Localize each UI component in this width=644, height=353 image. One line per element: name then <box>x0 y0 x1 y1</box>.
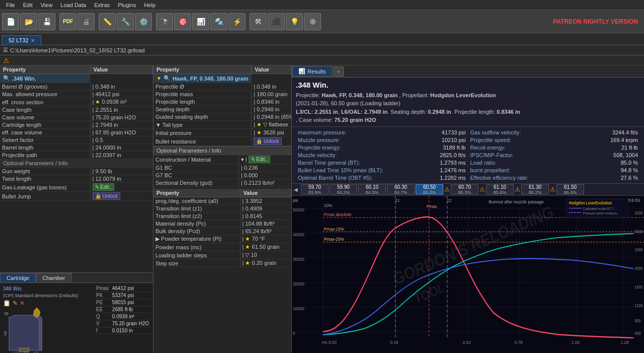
ladder-cell-3[interactable]: 60.10 84.5% <box>358 184 386 194</box>
ladder-cell-7[interactable]: 61.10 85.6% <box>486 184 514 194</box>
ladder-cell-8[interactable]: 61.30 86.2% <box>521 184 549 194</box>
val-barrel-length: | 24.0000 in <box>90 144 152 152</box>
pow-col-value: Value <box>240 189 291 197</box>
gas-leakage-edit-btn[interactable]: ✎ Edit.. <box>93 183 115 191</box>
cartridge-copy-icon[interactable]: 📋 <box>3 300 11 307</box>
menu-extras[interactable]: Extras <box>90 1 114 9</box>
tab-main[interactable]: 52 LT32 ✕ <box>2 35 41 45</box>
results-icon: 📊 <box>298 68 305 75</box>
val-bullet-resistance[interactable]: 🔒 Unlock <box>252 137 291 146</box>
prop-bullet-jump: Bullet Jump <box>0 192 90 201</box>
cartridge-title: 348 Win. <box>2 285 93 293</box>
val-powder-temp: | ★ 70 °F <box>240 235 291 243</box>
construction-edit-btn[interactable]: ✎ Edit.. <box>249 156 271 163</box>
toolbar-print[interactable]: 🖨 <box>77 13 95 30</box>
toolbar-open[interactable]: 📂 <box>20 13 37 30</box>
toolbar-bullet[interactable]: 🔩 <box>210 13 227 30</box>
toolbar-new[interactable]: 📄 <box>2 13 19 30</box>
tab-close[interactable]: ✕ <box>31 38 35 43</box>
tabbar: 52 LT32 ✕ <box>0 33 644 45</box>
prop-case-volume: Case volume <box>0 114 90 121</box>
table-row: G7 BC | 0.000 <box>153 172 291 179</box>
val-trans-z1: | 0.4909 <box>240 205 291 213</box>
ladder-arrow[interactable]: ◀ <box>294 187 298 192</box>
ladder-cell-2[interactable]: 59.90 84.2% <box>330 184 357 194</box>
prop-tail-type: ▼ Tail type <box>153 121 252 129</box>
cartridge-actions: 📋 ✎ ✕ <box>2 299 93 308</box>
cartridge-svg: .case-fill { fill: #3a3a5a; stroke: #6a6… <box>4 308 90 353</box>
prop-cross-section: eff. cross section <box>0 98 90 106</box>
val-construction[interactable]: ♦ | ✎ Edit.. <box>239 155 292 164</box>
ladder-cell-6[interactable]: 60.70 85.3% <box>451 184 478 194</box>
toolbar-extra4[interactable]: ⊕ <box>304 13 321 30</box>
add-result-tab[interactable]: + <box>334 66 344 77</box>
val-loading-steps[interactable]: | ▽ 10 <box>240 251 291 259</box>
val-tail-type[interactable]: | ★ ▽ flatbase <box>252 121 291 129</box>
svg-text:L2: L2 <box>24 351 28 353</box>
toolbar-target[interactable]: 🎯 <box>174 13 191 30</box>
results-info: .348 Win. Projectile: Hawk, FP, 0.348, 1… <box>292 78 644 127</box>
table-row: Gas-Leakage (gas losses) ✎ Edit.. <box>0 183 153 192</box>
table-row: Material density (Pc) | 104.88 lb/ft³ <box>153 220 291 228</box>
chamber-tab[interactable]: Chamber <box>36 273 71 283</box>
val-gas-leakage[interactable]: ✎ Edit.. <box>90 183 152 192</box>
menu-load-data[interactable]: Load Data <box>56 1 90 9</box>
bullet-resistance-unlock-btn[interactable]: 🔒 Unlock <box>254 137 281 145</box>
menu-file[interactable]: File <box>2 1 19 9</box>
table-row: eff. cross section | ★ 0.0938 in² <box>0 98 153 106</box>
toolbar-extra2[interactable]: ⬛ <box>268 13 285 30</box>
cartridge-delete-icon[interactable]: ✕ <box>20 300 25 307</box>
result-subtitle1: Projectile: Hawk, FP, 0.348, 180.00 grai… <box>296 91 640 100</box>
svg-text:H2: H2 <box>4 331 7 335</box>
menu-edit[interactable]: Edit <box>19 1 37 9</box>
svg-text:Pressure bomb measure...: Pressure bomb measure... <box>583 211 620 215</box>
results-tab[interactable]: 📊 Results <box>292 66 333 77</box>
toolbar-chart[interactable]: 📊 <box>192 13 209 30</box>
toolbar-extra1[interactable]: 🛠 <box>250 13 267 30</box>
table-row: Step size | ★ 0.20 grain <box>153 259 291 267</box>
cartridge-prop-value: 0.0938 in² <box>111 313 151 320</box>
search-icon[interactable]: 🔍 <box>3 75 10 82</box>
svg-text:L3: L3 <box>34 351 38 353</box>
val-max-pressure: | 46412 psi <box>90 91 152 98</box>
toolbar-pdf[interactable]: PDF <box>59 13 76 30</box>
bullet-jump-unlock-btn[interactable]: 🔒 Unlock <box>93 192 120 200</box>
toolbar-save[interactable]: 💾 <box>38 13 55 30</box>
cartridge-prop-label: PE <box>95 299 111 306</box>
cartridge-prop-row: Q0.0938 in² <box>95 313 151 320</box>
ladder-cell-5[interactable]: 60.50 85.0% <box>416 184 443 194</box>
toolbar-extra3[interactable]: 💡 <box>286 13 303 30</box>
menu-plugins[interactable]: Plugins <box>114 1 140 9</box>
result-sub1-prop-val: Hodgdon LeverEvolution <box>430 92 496 98</box>
val-initial-pressure: | ★ 3626 psi <box>252 129 291 137</box>
search-icon[interactable]: 🔍 <box>164 75 171 82</box>
val-bullet-jump[interactable]: 🔒 Unlock <box>90 192 152 201</box>
toolbar-tools2[interactable]: ⚙️ <box>135 13 152 30</box>
table-row: ▼ Tail type | ★ ▽ flatbase <box>153 121 291 129</box>
middle-properties-table: Property Value ▼ 🔍 Hawk, FP, 0.348, 180.… <box>153 65 291 146</box>
prop-case-length: Case length <box>0 106 90 114</box>
svg-marker-0 <box>9 315 42 350</box>
table-row: Sebert factor | 0.5 <box>0 136 153 144</box>
cartridge-edit-icon[interactable]: ✎ <box>13 300 18 307</box>
menu-help[interactable]: Help <box>140 1 159 9</box>
ladder-cell-1[interactable]: 59.70 83.9% <box>301 184 329 194</box>
cartridge-view: 348 Win. (CIP) Standard dimensions (Defa… <box>0 283 153 353</box>
toolbar-scope[interactable]: 🔭 <box>156 13 173 30</box>
svg-text:Burnout after muzzle passage: Burnout after muzzle passage <box>489 199 543 204</box>
metric-gas-outflow: Gas outflow velocity: 3244.4 ft/s <box>468 129 640 136</box>
ladder-cell-4[interactable]: 60.30 84.7% <box>387 184 415 194</box>
result-subtitle3: L3/CL: 2.2551 in, L6/OAL: 2.7949 in. Sea… <box>296 108 640 116</box>
ladder-cell-9[interactable]: 61.50 86.4% <box>556 184 584 194</box>
menu-view[interactable]: View <box>37 1 57 9</box>
table-row: Bullet resistance 🔒 Unlock <box>153 137 291 146</box>
toolbar-measure[interactable]: 📏 <box>99 13 116 30</box>
metric-max-pressure: maximum pressure: 41733 psi <box>296 129 468 136</box>
cartridge-tab[interactable]: Cartridge <box>0 273 36 283</box>
table-row: Guided seating depth | 0.2948 in (65%) <box>153 113 291 121</box>
toolbar-gear[interactable]: ⚡ <box>228 13 246 30</box>
toolbar-tools1[interactable]: 🔧 <box>117 13 134 30</box>
mid-col-value: Value <box>252 65 291 74</box>
result-subtitle2: (2021-01-28), 60.50 grain (Loading ladde… <box>296 99 640 108</box>
prop-initial-pressure: Initial pressure <box>153 129 252 137</box>
